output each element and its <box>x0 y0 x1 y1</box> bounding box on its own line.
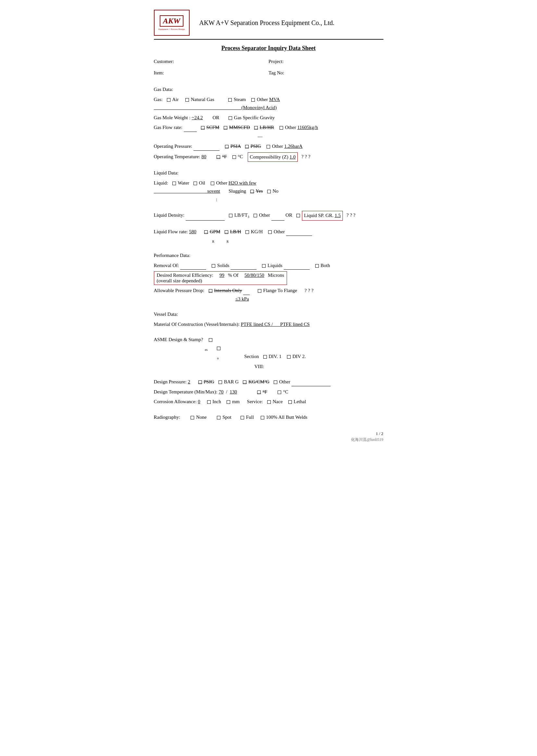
full-checkbox[interactable] <box>241 416 244 420</box>
both-checkbox[interactable] <box>315 264 319 268</box>
internals-blank <box>243 290 250 295</box>
corrosion-label: Corrosion Allowance: <box>154 399 197 404</box>
inch-checkbox[interactable] <box>207 400 211 404</box>
flange-label: Flange To Flange <box>263 288 297 293</box>
flange-checkbox[interactable] <box>258 289 261 293</box>
service-label: Service: <box>247 399 263 404</box>
natural-gas-checkbox[interactable] <box>186 98 189 102</box>
asme-label: ASME Design & Stamp? <box>154 337 203 342</box>
dp-other-checkbox[interactable] <box>274 380 277 384</box>
air-checkbox[interactable] <box>167 98 170 102</box>
lethal-label: Lethal <box>294 399 306 404</box>
other-pressure-checkbox[interactable] <box>267 145 270 149</box>
solids-label: Solids <box>217 263 229 268</box>
psia-checkbox[interactable] <box>225 145 228 149</box>
header: AKW Equipment + Process Design AKW A+V S… <box>154 10 384 36</box>
internals-label: Internals Only <box>214 288 242 293</box>
other-gas-checkbox[interactable] <box>251 98 255 102</box>
removal-label: Removal Of: <box>154 263 179 268</box>
butt-welds-checkbox[interactable] <box>261 416 264 420</box>
flow-rate-dash: — <box>258 133 384 141</box>
design-temp-label: Design Temperature (Min/Max): <box>154 389 218 394</box>
other-liq-flow-label: Other <box>274 229 285 234</box>
item-label: Item: <box>154 70 164 75</box>
lb-ft-checkbox[interactable] <box>229 214 232 217</box>
lb-hr-checkbox[interactable] <box>254 126 258 130</box>
gas-line: Gas: Air Natural Gas Steam Other MVA (Mo… <box>154 96 384 112</box>
liquids-checkbox[interactable] <box>262 264 266 268</box>
dp-barg-checkbox[interactable] <box>219 380 222 384</box>
kg-h-checkbox[interactable] <box>245 230 249 234</box>
scfm-label: SCFM <box>206 125 220 130</box>
solids-blank <box>230 264 257 270</box>
mm-checkbox[interactable] <box>227 400 230 404</box>
liq-flow-label: Liquid Flow rate: <box>154 229 188 234</box>
other-flow-checkbox[interactable] <box>279 126 283 130</box>
lethal-checkbox[interactable] <box>288 400 292 404</box>
dt-fahrenheit-label: °F <box>263 389 267 394</box>
div2-checkbox[interactable] <box>287 355 291 359</box>
material-label: Material Of Construction (Vessel/Interna… <box>154 322 240 327</box>
other-liq-flow-checkbox[interactable] <box>268 230 272 234</box>
asme-yes-checkbox[interactable] <box>209 338 212 342</box>
psig-checkbox[interactable] <box>245 145 249 149</box>
removal-blank <box>180 264 206 270</box>
performance-section-label: Performance Data: <box>154 251 384 260</box>
dt-fahrenheit-checkbox[interactable] <box>257 390 261 394</box>
celsius-label: °C <box>238 154 243 159</box>
mmscfd-checkbox[interactable] <box>224 126 227 130</box>
no-checkbox[interactable] <box>267 190 271 193</box>
div2-label: DIV 2. <box>293 354 306 359</box>
div1-checkbox[interactable] <box>263 355 267 359</box>
liquid-density-line: Liquid Density: LB/FT3 Other OR Liquid S… <box>154 211 384 221</box>
liquid-line: Liquid: Water Oil Other H2O with few sov… <box>154 179 384 204</box>
gpm-checkbox[interactable] <box>204 230 208 234</box>
gas-gravity-checkbox[interactable] <box>228 116 232 120</box>
pressure-drop-label: Allowable Pressure Drop: <box>154 288 205 293</box>
fahrenheit-checkbox[interactable] <box>217 155 220 159</box>
material-line: Material Of Construction (Vessel/Interna… <box>154 320 384 329</box>
mm-label: mm <box>232 399 240 404</box>
psia-label: PSIA <box>230 144 241 149</box>
dp-psig-checkbox[interactable] <box>198 380 202 384</box>
none-checkbox[interactable] <box>190 416 194 420</box>
lb-h-checkbox[interactable] <box>225 230 228 234</box>
steam-checkbox[interactable] <box>228 98 232 102</box>
lb-hr-label: LB/HR <box>260 125 274 130</box>
op-pressure-label: Operating Pressure: <box>154 144 192 149</box>
other-density-checkbox[interactable] <box>254 214 257 217</box>
water-checkbox[interactable] <box>172 182 176 185</box>
dp-kg-cm2-checkbox[interactable] <box>243 380 246 384</box>
spot-checkbox[interactable] <box>217 416 221 420</box>
nace-checkbox[interactable] <box>267 400 271 404</box>
logo-inner: AKW <box>160 15 184 27</box>
flange-value: ≤3 kPa <box>235 296 249 301</box>
asme-line: ASME Design & Stamp? es o Section DIV. 1 <box>154 335 384 361</box>
sp-gr-checkbox[interactable] <box>296 214 300 217</box>
oil-checkbox[interactable] <box>193 182 197 185</box>
comp-question-marks: ? ? ? <box>301 154 310 159</box>
solids-checkbox[interactable] <box>212 264 215 268</box>
lb-h-label: LB/H <box>230 229 241 234</box>
vessel-section-label: Vessel Data: <box>154 310 384 319</box>
other-flow-value: 11605kg/h <box>297 125 318 130</box>
efficiency-box: Desired Removal Efficiency: 99 % Of 50/8… <box>154 271 287 285</box>
asme-no-checkbox[interactable] <box>217 347 221 350</box>
celsius-checkbox[interactable] <box>232 155 236 159</box>
liquids-label: Liquids <box>268 263 282 268</box>
sp-gr-label: Liquid SP. GR. <box>304 213 333 218</box>
corrosion-value: 0 <box>198 399 200 404</box>
mole-weight-label: Gas Mole Weight : <box>154 115 190 120</box>
dt-celsius-checkbox[interactable] <box>277 390 281 394</box>
internals-checkbox[interactable] <box>209 289 212 293</box>
scfm-checkbox[interactable] <box>201 126 205 130</box>
section-label2: Section <box>244 354 259 359</box>
watermark: 化海川流@luoli519 <box>154 437 384 442</box>
microns-label: Microns <box>268 273 284 278</box>
gpm-label: GPM <box>210 229 221 234</box>
other-liquid-checkbox[interactable] <box>211 182 214 185</box>
psig-label: PSIG <box>250 144 261 149</box>
dp-barg-label: BAR G <box>224 379 239 384</box>
liquid-data-section-label: Liquid Data: <box>154 169 384 177</box>
yes-checkbox[interactable] <box>250 190 254 193</box>
